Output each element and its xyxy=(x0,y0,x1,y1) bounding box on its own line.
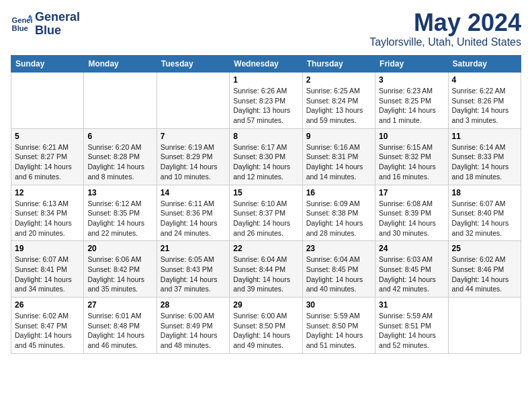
day-number: 9 xyxy=(306,132,371,141)
calendar-cell: 7Sunrise: 6:19 AM Sunset: 8:29 PM Daylig… xyxy=(157,128,229,185)
day-number: 31 xyxy=(379,300,444,310)
day-number: 2 xyxy=(306,75,371,85)
day-info: Sunrise: 6:16 AM Sunset: 8:31 PM Dayligh… xyxy=(306,142,371,182)
weekday-header-monday: Monday xyxy=(84,56,157,73)
calendar-cell: 4Sunrise: 6:22 AM Sunset: 8:26 PM Daylig… xyxy=(448,73,521,129)
calendar-table: SundayMondayTuesdayWednesdayThursdayFrid… xyxy=(11,55,521,354)
calendar-cell: 19Sunrise: 6:07 AM Sunset: 8:41 PM Dayli… xyxy=(11,241,84,298)
calendar-week-1: 1Sunrise: 6:26 AM Sunset: 8:23 PM Daylig… xyxy=(11,73,521,129)
day-number: 8 xyxy=(233,132,298,141)
weekday-header-thursday: Thursday xyxy=(302,56,375,73)
day-number: 21 xyxy=(161,244,226,253)
calendar-cell: 8Sunrise: 6:17 AM Sunset: 8:30 PM Daylig… xyxy=(230,128,302,185)
calendar-cell: 23Sunrise: 6:04 AM Sunset: 8:45 PM Dayli… xyxy=(302,241,375,298)
calendar-cell: 18Sunrise: 6:07 AM Sunset: 8:40 PM Dayli… xyxy=(448,185,521,241)
day-info: Sunrise: 6:11 AM Sunset: 8:36 PM Dayligh… xyxy=(161,199,226,238)
day-number: 11 xyxy=(452,132,517,141)
day-info: Sunrise: 6:07 AM Sunset: 8:40 PM Dayligh… xyxy=(452,199,517,238)
day-info: Sunrise: 6:12 AM Sunset: 8:35 PM Dayligh… xyxy=(87,199,152,238)
calendar-cell xyxy=(157,73,229,129)
calendar-cell: 3Sunrise: 6:23 AM Sunset: 8:25 PM Daylig… xyxy=(375,73,448,129)
calendar-cell: 30Sunrise: 5:59 AM Sunset: 8:50 PM Dayli… xyxy=(302,298,375,354)
day-info: Sunrise: 6:04 AM Sunset: 8:44 PM Dayligh… xyxy=(233,255,298,294)
day-info: Sunrise: 6:09 AM Sunset: 8:38 PM Dayligh… xyxy=(306,199,371,238)
weekday-header-sunday: Sunday xyxy=(11,56,84,73)
calendar-cell: 16Sunrise: 6:09 AM Sunset: 8:38 PM Dayli… xyxy=(302,185,375,241)
day-info: Sunrise: 5:59 AM Sunset: 8:50 PM Dayligh… xyxy=(306,311,371,351)
day-number: 16 xyxy=(306,188,371,197)
calendar-cell: 22Sunrise: 6:04 AM Sunset: 8:44 PM Dayli… xyxy=(230,241,302,298)
logo: General Blue General Blue xyxy=(11,11,80,38)
month-year-title: May 2024 xyxy=(369,11,521,35)
day-info: Sunrise: 6:14 AM Sunset: 8:33 PM Dayligh… xyxy=(452,142,517,182)
weekday-header-saturday: Saturday xyxy=(448,56,521,73)
calendar-cell: 27Sunrise: 6:01 AM Sunset: 8:48 PM Dayli… xyxy=(84,298,157,354)
day-info: Sunrise: 5:59 AM Sunset: 8:51 PM Dayligh… xyxy=(379,311,444,351)
day-info: Sunrise: 6:07 AM Sunset: 8:41 PM Dayligh… xyxy=(15,255,80,294)
day-number: 4 xyxy=(452,75,517,85)
day-info: Sunrise: 6:13 AM Sunset: 8:34 PM Dayligh… xyxy=(15,199,80,238)
calendar-cell: 24Sunrise: 6:03 AM Sunset: 8:45 PM Dayli… xyxy=(375,241,448,298)
weekday-header-friday: Friday xyxy=(375,56,448,73)
calendar-cell: 17Sunrise: 6:08 AM Sunset: 8:39 PM Dayli… xyxy=(375,185,448,241)
calendar-week-3: 12Sunrise: 6:13 AM Sunset: 8:34 PM Dayli… xyxy=(11,185,521,241)
svg-text:Blue: Blue xyxy=(12,24,28,32)
day-number: 19 xyxy=(15,244,80,253)
day-number: 5 xyxy=(15,132,80,141)
weekday-header-tuesday: Tuesday xyxy=(157,56,229,73)
calendar-cell: 5Sunrise: 6:21 AM Sunset: 8:27 PM Daylig… xyxy=(11,128,84,185)
calendar-cell: 14Sunrise: 6:11 AM Sunset: 8:36 PM Dayli… xyxy=(157,185,229,241)
day-info: Sunrise: 6:08 AM Sunset: 8:39 PM Dayligh… xyxy=(379,199,444,238)
day-info: Sunrise: 6:25 AM Sunset: 8:24 PM Dayligh… xyxy=(306,86,371,126)
title-block: May 2024 Taylorsville, Utah, United Stat… xyxy=(369,11,521,48)
day-info: Sunrise: 6:02 AM Sunset: 8:46 PM Dayligh… xyxy=(452,255,517,294)
calendar-cell: 26Sunrise: 6:02 AM Sunset: 8:47 PM Dayli… xyxy=(11,298,84,354)
logo-icon: General Blue xyxy=(11,13,32,35)
day-number: 18 xyxy=(452,188,517,197)
day-number: 12 xyxy=(15,188,80,197)
weekday-header-row: SundayMondayTuesdayWednesdayThursdayFrid… xyxy=(11,56,521,73)
day-number: 29 xyxy=(233,300,298,310)
day-number: 25 xyxy=(452,244,517,253)
calendar-week-5: 26Sunrise: 6:02 AM Sunset: 8:47 PM Dayli… xyxy=(11,298,521,354)
day-info: Sunrise: 6:01 AM Sunset: 8:48 PM Dayligh… xyxy=(87,311,152,351)
day-number: 1 xyxy=(233,75,298,85)
day-info: Sunrise: 6:00 AM Sunset: 8:50 PM Dayligh… xyxy=(233,311,298,351)
day-info: Sunrise: 6:26 AM Sunset: 8:23 PM Dayligh… xyxy=(233,86,298,126)
day-number: 6 xyxy=(87,132,152,141)
calendar-cell: 1Sunrise: 6:26 AM Sunset: 8:23 PM Daylig… xyxy=(230,73,302,129)
calendar-cell: 15Sunrise: 6:10 AM Sunset: 8:37 PM Dayli… xyxy=(230,185,302,241)
day-number: 30 xyxy=(306,300,371,310)
day-number: 7 xyxy=(161,132,226,141)
calendar-cell: 2Sunrise: 6:25 AM Sunset: 8:24 PM Daylig… xyxy=(302,73,375,129)
day-info: Sunrise: 6:20 AM Sunset: 8:28 PM Dayligh… xyxy=(87,142,152,182)
day-info: Sunrise: 6:17 AM Sunset: 8:30 PM Dayligh… xyxy=(233,142,298,182)
day-number: 14 xyxy=(161,188,226,197)
day-number: 26 xyxy=(15,300,80,310)
location-subtitle: Taylorsville, Utah, United States xyxy=(369,36,521,48)
day-info: Sunrise: 6:23 AM Sunset: 8:25 PM Dayligh… xyxy=(379,86,444,126)
calendar-cell: 25Sunrise: 6:02 AM Sunset: 8:46 PM Dayli… xyxy=(448,241,521,298)
day-number: 20 xyxy=(87,244,152,253)
calendar-cell: 28Sunrise: 6:00 AM Sunset: 8:49 PM Dayli… xyxy=(157,298,229,354)
calendar-week-4: 19Sunrise: 6:07 AM Sunset: 8:41 PM Dayli… xyxy=(11,241,521,298)
calendar-cell: 6Sunrise: 6:20 AM Sunset: 8:28 PM Daylig… xyxy=(84,128,157,185)
page-header: General Blue General Blue May 2024 Taylo… xyxy=(11,11,521,48)
day-info: Sunrise: 6:22 AM Sunset: 8:26 PM Dayligh… xyxy=(452,86,517,126)
day-number: 3 xyxy=(379,75,444,85)
calendar-cell: 31Sunrise: 5:59 AM Sunset: 8:51 PM Dayli… xyxy=(375,298,448,354)
calendar-cell: 29Sunrise: 6:00 AM Sunset: 8:50 PM Dayli… xyxy=(230,298,302,354)
day-info: Sunrise: 6:02 AM Sunset: 8:47 PM Dayligh… xyxy=(15,311,80,351)
logo-text-line2: Blue xyxy=(35,24,80,38)
day-info: Sunrise: 6:03 AM Sunset: 8:45 PM Dayligh… xyxy=(379,255,444,294)
calendar-cell: 21Sunrise: 6:05 AM Sunset: 8:43 PM Dayli… xyxy=(157,241,229,298)
day-number: 15 xyxy=(233,188,298,197)
calendar-cell xyxy=(84,73,157,129)
day-info: Sunrise: 6:15 AM Sunset: 8:32 PM Dayligh… xyxy=(379,142,444,182)
day-info: Sunrise: 6:06 AM Sunset: 8:42 PM Dayligh… xyxy=(87,255,152,294)
calendar-cell xyxy=(448,298,521,354)
day-number: 10 xyxy=(379,132,444,141)
day-info: Sunrise: 6:05 AM Sunset: 8:43 PM Dayligh… xyxy=(161,255,226,294)
weekday-header-wednesday: Wednesday xyxy=(230,56,302,73)
day-info: Sunrise: 6:04 AM Sunset: 8:45 PM Dayligh… xyxy=(306,255,371,294)
